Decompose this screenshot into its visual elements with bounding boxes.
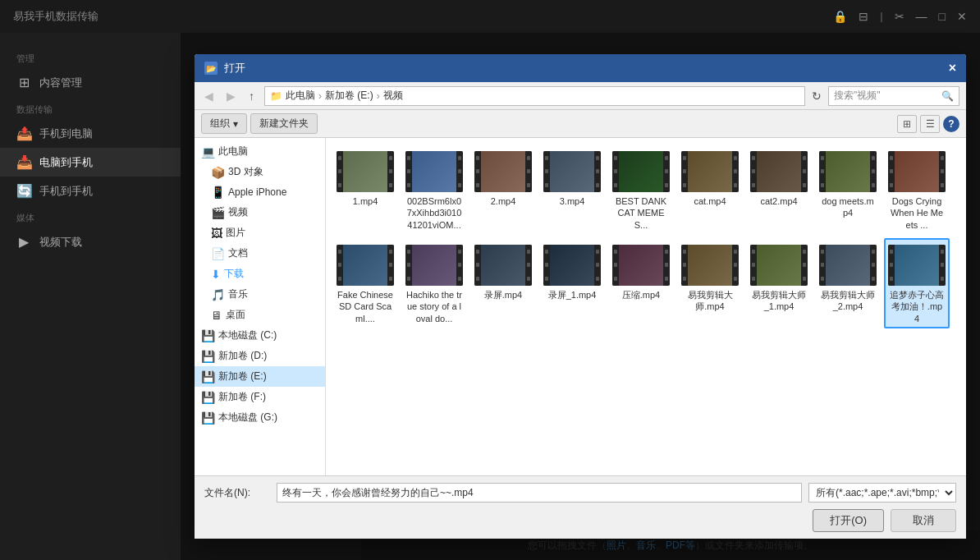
- file-thumbnail: [888, 151, 946, 192]
- breadcrumb-videos[interactable]: 视频: [383, 89, 403, 103]
- music-icon: 🎵: [211, 288, 225, 301]
- action-toolbar: 组织 ▾ 新建文件夹 ⊞ ☰ ?: [195, 110, 966, 138]
- file-item[interactable]: 录屏_1.mp4: [539, 238, 605, 328]
- file-item[interactable]: 易我剪辑大师_2.mp4: [815, 238, 881, 328]
- file-thumbnail: [337, 151, 394, 192]
- tree-item-documents[interactable]: 📄 文档: [195, 243, 325, 264]
- file-item[interactable]: 易我剪辑大师_1.mp4: [746, 238, 812, 328]
- tree-item-iphone[interactable]: 📱 Apple iPhone: [195, 182, 325, 202]
- file-name: 易我剪辑大师.mp4: [682, 289, 738, 313]
- file-item[interactable]: 002BSrm6lx07xXihbd3i01041201yjQM...: [401, 145, 467, 235]
- file-item[interactable]: Dogs Crying When He Meets ...: [884, 145, 950, 235]
- tree-item-3d[interactable]: 📦 3D 对象: [195, 162, 325, 182]
- file-item[interactable]: 1.mp4: [332, 145, 398, 235]
- lock-icon[interactable]: 🔒: [833, 10, 847, 23]
- file-thumbnail: [612, 245, 670, 286]
- refresh-button[interactable]: ↻: [812, 90, 822, 103]
- window-minimize-icon[interactable]: —: [916, 10, 927, 23]
- tree-item-drive-f[interactable]: 💾 新加卷 (F:): [195, 387, 325, 407]
- forward-button[interactable]: ▶: [223, 88, 239, 104]
- file-item[interactable]: Fake Chinese SD Card Scaml....: [332, 238, 398, 328]
- sidebar-item-phone-to-phone[interactable]: 🔄 手机到手机: [0, 177, 181, 205]
- downloads-icon: ⬇: [211, 268, 221, 281]
- file-thumbnail: [405, 151, 463, 192]
- tree-item-drive-d[interactable]: 💾 新加卷 (D:): [195, 346, 325, 366]
- up-button[interactable]: ↑: [245, 88, 258, 104]
- breadcrumb[interactable]: 📁 此电脑 › 新加卷 (E:) › 视频: [264, 86, 805, 106]
- file-thumbnail: [819, 151, 877, 192]
- file-thumbnail: [888, 245, 946, 286]
- documents-icon: 📄: [211, 247, 225, 260]
- pictures-icon: 🖼: [211, 227, 222, 240]
- dialog-body: 💻 此电脑 📦 3D 对象 📱 Apple iPhone 🎬 视频: [195, 138, 966, 475]
- phone-icon: 📱: [211, 186, 225, 199]
- tree-item-pictures[interactable]: 🖼 图片: [195, 223, 325, 243]
- file-name: 追梦赤子心高考加油！.mp4: [889, 289, 945, 322]
- tree-item-label: 新加卷 (E:): [218, 370, 267, 383]
- file-item-selected[interactable]: 追梦赤子心高考加油！.mp4: [884, 238, 950, 328]
- tree-item-drive-c[interactable]: 💾 本地磁盘 (C:): [195, 325, 325, 346]
- drive-icon: 💾: [201, 411, 215, 425]
- drive-icon: 💾: [201, 329, 215, 342]
- drive-icon: 💾: [201, 370, 215, 383]
- sidebar-item-phone-to-pc[interactable]: 📤 手机到电脑: [0, 119, 181, 148]
- tree-item-videos[interactable]: 🎬 视频: [195, 202, 325, 223]
- file-item[interactable]: 易我剪辑大师.mp4: [677, 238, 743, 328]
- file-item[interactable]: dog meets.mp4: [815, 145, 881, 235]
- tree-item-desktop[interactable]: 🖥 桌面: [195, 305, 325, 325]
- sidebar-item-label: 内容管理: [39, 76, 82, 90]
- section-manage-title: 管理: [0, 46, 181, 68]
- window-close-icon[interactable]: ✕: [957, 10, 967, 23]
- sidebar-item-label: 手机到手机: [39, 184, 93, 199]
- file-item[interactable]: Hachiko the true story of a loyal do...: [401, 238, 467, 328]
- filename-input[interactable]: [277, 483, 802, 503]
- tree-item-label: 3D 对象: [228, 165, 263, 179]
- file-grid: 1.mp4 002BSrm6lx07xXihbd3i01041201yjQM..…: [326, 138, 966, 475]
- file-name: 录屏_1.mp4: [548, 289, 597, 301]
- file-item[interactable]: BEST DANK CAT MEMES...: [608, 145, 674, 235]
- filetype-select[interactable]: 所有(*.aac;*.ape;*.avi;*bmp;*.: [808, 483, 956, 503]
- sidebar-item-video-download[interactable]: ▶ 视频下载: [0, 227, 181, 256]
- file-item[interactable]: 3.mp4: [539, 145, 605, 235]
- back-button[interactable]: ◀: [201, 88, 217, 104]
- breadcrumb-drive-e[interactable]: 新加卷 (E:): [325, 89, 373, 103]
- file-item[interactable]: 压缩.mp4: [608, 238, 674, 328]
- search-bar[interactable]: 搜索"视频" 🔍: [828, 86, 959, 106]
- file-item[interactable]: cat2.mp4: [746, 145, 812, 235]
- sidebar-item-pc-to-phone[interactable]: 📥 电脑到手机: [0, 148, 181, 177]
- grid-view-button[interactable]: ⊞: [897, 115, 917, 133]
- file-name: 1.mp4: [353, 195, 378, 207]
- file-name: 2.mp4: [491, 195, 516, 207]
- tree-item-downloads[interactable]: ⬇ 下载: [195, 264, 325, 284]
- file-thumbnail: [681, 151, 739, 192]
- tree-item-drive-g[interactable]: 💾 本地磁盘 (G:): [195, 407, 325, 428]
- scissors-icon[interactable]: ✂: [895, 10, 904, 23]
- tree-item-this-pc[interactable]: 💻 此电脑: [195, 141, 325, 162]
- breadcrumb-this-pc[interactable]: 此电脑: [286, 89, 315, 103]
- file-item[interactable]: 2.mp4: [470, 145, 536, 235]
- tree-item-music[interactable]: 🎵 音乐: [195, 284, 325, 305]
- organize-button[interactable]: 组织 ▾: [201, 113, 247, 134]
- file-name: 录屏.mp4: [484, 289, 522, 301]
- window-maximize-icon[interactable]: □: [939, 10, 946, 23]
- layout-icon[interactable]: ⊟: [859, 10, 868, 23]
- file-item[interactable]: 录屏.mp4: [470, 238, 536, 328]
- desktop-icon: 🖥: [211, 309, 222, 322]
- file-item[interactable]: cat.mp4: [677, 145, 743, 235]
- new-folder-button[interactable]: 新建文件夹: [250, 113, 318, 134]
- file-name: 3.mp4: [560, 195, 585, 207]
- tree-item-label: 新加卷 (D:): [218, 349, 267, 363]
- list-view-button[interactable]: ☰: [920, 115, 940, 133]
- sidebar-item-content-manage[interactable]: ⊞ 内容管理: [0, 68, 181, 97]
- help-button[interactable]: ?: [943, 116, 959, 132]
- dialog-close-button[interactable]: ×: [949, 61, 956, 76]
- section-transfer-title: 数据传输: [0, 97, 181, 119]
- file-name: Dogs Crying When He Meets ...: [889, 195, 945, 228]
- upload-icon: 📤: [16, 126, 31, 141]
- tree-item-drive-e[interactable]: 💾 新加卷 (E:): [195, 366, 325, 387]
- open-file-dialog: 📂 打开 × ◀ ▶ ↑ 📁 此电脑 › 新加卷 (E:) › 视频 ↻: [195, 54, 966, 539]
- cancel-button[interactable]: 取消: [891, 509, 956, 532]
- sidebar: 管理 ⊞ 内容管理 数据传输 📤 手机到电脑 📥 电脑到手机 🔄 手机到手机 媒…: [0, 33, 181, 560]
- open-button[interactable]: 打开(O): [813, 509, 884, 532]
- tree-item-label: 本地磁盘 (G:): [218, 411, 277, 425]
